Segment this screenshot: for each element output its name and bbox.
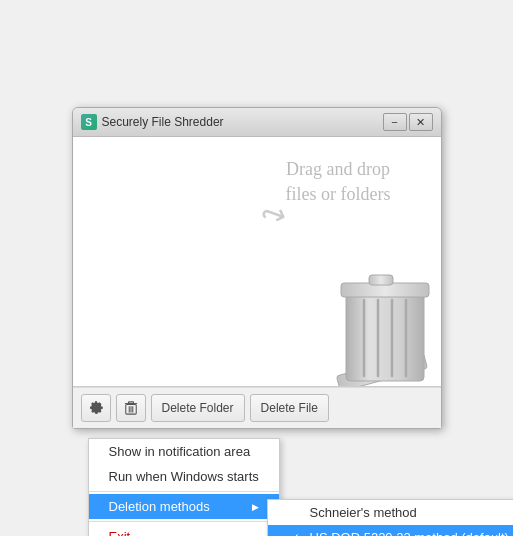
drop-arrow-icon: ↩	[255, 194, 290, 235]
trash-button[interactable]	[116, 394, 146, 422]
toolbar: Delete Folder Delete File	[73, 387, 441, 428]
title-bar-left: S Securely File Shredder	[81, 114, 224, 130]
app-icon: S	[81, 114, 97, 130]
title-controls: − ✕	[383, 113, 433, 131]
check-schneier	[288, 506, 302, 520]
menu-item-exit[interactable]: Exit	[89, 524, 279, 536]
minimize-button[interactable]: −	[383, 113, 407, 131]
main-window: S Securely File Shredder − ✕ Drag and dr…	[72, 107, 442, 429]
window-title: Securely File Shredder	[102, 115, 224, 129]
title-bar: S Securely File Shredder − ✕	[73, 108, 441, 137]
trash-can-illustration	[331, 268, 431, 387]
svg-rect-2	[346, 293, 424, 381]
close-button[interactable]: ✕	[409, 113, 433, 131]
submenu-deletion: Schneier's method ✓ US DOD 5220.22 metho…	[267, 499, 514, 536]
menu-item-notification[interactable]: Show in notification area	[89, 439, 279, 464]
drop-area[interactable]: Drag and drop files or folders ↩	[73, 137, 441, 387]
delete-folder-button[interactable]: Delete Folder	[151, 394, 245, 422]
context-menu: Show in notification area Run when Windo…	[88, 438, 280, 536]
menu-item-startup[interactable]: Run when Windows starts	[89, 464, 279, 489]
menu-item-deletion[interactable]: Deletion methods	[89, 494, 279, 519]
submenu-item-usdod[interactable]: ✓ US DOD 5220.22 method (default)	[268, 525, 514, 536]
menu-separator	[89, 491, 279, 492]
menu-separator-2	[89, 521, 279, 522]
svg-rect-11	[128, 402, 133, 404]
svg-rect-8	[369, 275, 393, 285]
settings-button[interactable]	[81, 394, 111, 422]
drop-hint: Drag and drop files or folders	[286, 157, 391, 207]
submenu-item-schneier[interactable]: Schneier's method	[268, 500, 514, 525]
check-usdod: ✓	[288, 531, 302, 537]
delete-file-button[interactable]: Delete File	[250, 394, 329, 422]
